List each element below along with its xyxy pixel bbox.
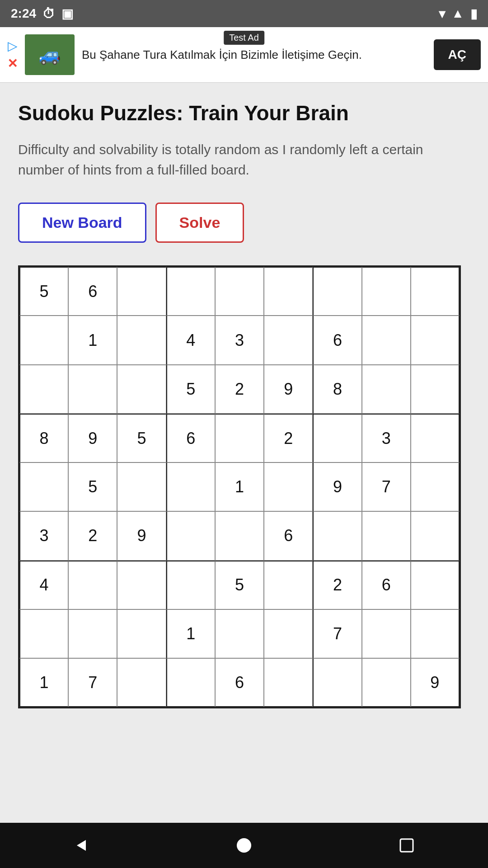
sim-icon: ▣	[61, 6, 73, 21]
sudoku-cell[interactable]: 3	[19, 511, 68, 560]
sudoku-cell[interactable]	[68, 561, 117, 609]
sudoku-cell[interactable]	[117, 365, 166, 414]
sudoku-cell[interactable]	[68, 609, 117, 658]
sudoku-cell[interactable]: 5	[68, 462, 117, 511]
sudoku-cell[interactable]	[313, 511, 361, 560]
sudoku-cell[interactable]: 6	[313, 316, 361, 364]
sudoku-cell[interactable]	[215, 511, 264, 560]
sudoku-cell[interactable]	[264, 609, 313, 658]
sudoku-cell[interactable]: 9	[411, 658, 460, 707]
home-button[interactable]	[230, 832, 258, 859]
sudoku-cell[interactable]	[362, 511, 411, 560]
sudoku-cell[interactable]: 1	[166, 609, 215, 658]
ad-close-icon[interactable]: ✕	[7, 56, 18, 71]
sudoku-cell[interactable]	[215, 267, 264, 316]
time-display: 2:24	[11, 6, 36, 21]
sudoku-cell[interactable]: 7	[68, 658, 117, 707]
sudoku-cell[interactable]: 2	[264, 414, 313, 462]
sudoku-cell[interactable]	[362, 316, 411, 364]
sudoku-cell[interactable]	[264, 316, 313, 364]
sudoku-cell[interactable]: 9	[117, 511, 166, 560]
back-button[interactable]	[68, 832, 95, 859]
solve-button[interactable]: Solve	[155, 203, 244, 243]
sudoku-cell[interactable]	[264, 267, 313, 316]
sudoku-cell[interactable]: 7	[313, 609, 361, 658]
sudoku-cell[interactable]	[313, 658, 361, 707]
sudoku-cell[interactable]	[411, 365, 460, 414]
sudoku-cell[interactable]: 6	[362, 561, 411, 609]
sudoku-cell[interactable]: 1	[19, 658, 68, 707]
sudoku-cell[interactable]: 9	[68, 414, 117, 462]
sudoku-cell[interactable]	[19, 462, 68, 511]
sudoku-row: 17	[19, 609, 460, 658]
sudoku-cell[interactable]	[19, 609, 68, 658]
sudoku-cell[interactable]: 6	[68, 267, 117, 316]
sudoku-cell[interactable]	[411, 561, 460, 609]
sudoku-cell[interactable]: 6	[166, 414, 215, 462]
sudoku-cell[interactable]	[117, 267, 166, 316]
sudoku-cell[interactable]	[264, 561, 313, 609]
sudoku-cell[interactable]: 2	[68, 511, 117, 560]
sudoku-row: 1436	[19, 316, 460, 364]
sudoku-cell[interactable]	[117, 462, 166, 511]
signal-icon: ▲	[451, 6, 464, 21]
sudoku-cell[interactable]	[313, 414, 361, 462]
sudoku-cell[interactable]	[215, 609, 264, 658]
sudoku-cell[interactable]: 1	[68, 316, 117, 364]
sudoku-cell[interactable]	[117, 609, 166, 658]
ad-play-icon[interactable]: ▷	[8, 38, 18, 53]
sudoku-cell[interactable]: 9	[264, 365, 313, 414]
sudoku-cell[interactable]	[117, 561, 166, 609]
recents-button[interactable]	[393, 832, 420, 859]
sudoku-cell[interactable]	[411, 414, 460, 462]
wifi-icon: ▾	[439, 6, 445, 21]
sudoku-cell[interactable]: 5	[215, 561, 264, 609]
sudoku-cell[interactable]	[19, 316, 68, 364]
sudoku-cell[interactable]: 2	[215, 365, 264, 414]
sudoku-cell[interactable]	[362, 609, 411, 658]
sudoku-row: 5298	[19, 365, 460, 414]
sudoku-cell[interactable]	[19, 365, 68, 414]
sudoku-cell[interactable]	[411, 462, 460, 511]
sudoku-row: 4526	[19, 561, 460, 609]
sudoku-cell[interactable]	[117, 316, 166, 364]
sudoku-cell[interactable]	[313, 267, 361, 316]
sudoku-cell[interactable]	[411, 511, 460, 560]
ad-controls[interactable]: ▷ ✕	[7, 38, 18, 71]
sudoku-cell[interactable]: 3	[362, 414, 411, 462]
sudoku-cell[interactable]: 2	[313, 561, 361, 609]
sudoku-cell[interactable]	[166, 658, 215, 707]
sudoku-cell[interactable]	[166, 561, 215, 609]
sudoku-cell[interactable]	[166, 511, 215, 560]
sudoku-cell[interactable]	[411, 609, 460, 658]
sudoku-cell[interactable]: 5	[19, 267, 68, 316]
sudoku-cell[interactable]	[166, 267, 215, 316]
sudoku-cell[interactable]	[362, 365, 411, 414]
sudoku-cell[interactable]: 9	[313, 462, 361, 511]
sudoku-cell[interactable]	[215, 414, 264, 462]
sudoku-cell[interactable]	[166, 462, 215, 511]
sudoku-cell[interactable]	[264, 658, 313, 707]
sudoku-cell[interactable]	[362, 658, 411, 707]
sudoku-cell[interactable]: 8	[19, 414, 68, 462]
new-board-button[interactable]: New Board	[18, 203, 146, 243]
sudoku-cell[interactable]: 4	[166, 316, 215, 364]
sudoku-cell[interactable]: 7	[362, 462, 411, 511]
sudoku-cell[interactable]: 5	[117, 414, 166, 462]
sudoku-cell[interactable]: 1	[215, 462, 264, 511]
ad-open-button[interactable]: AÇ	[434, 39, 481, 70]
sudoku-cell[interactable]: 6	[215, 658, 264, 707]
sudoku-cell[interactable]: 8	[313, 365, 361, 414]
sudoku-cell[interactable]: 4	[19, 561, 68, 609]
sudoku-cell[interactable]	[68, 365, 117, 414]
sudoku-cell[interactable]: 3	[215, 316, 264, 364]
sudoku-cell[interactable]	[117, 658, 166, 707]
bottom-nav	[0, 823, 488, 868]
sudoku-cell[interactable]: 6	[264, 511, 313, 560]
sudoku-cell[interactable]	[411, 316, 460, 364]
sudoku-cell[interactable]	[264, 462, 313, 511]
sudoku-cell[interactable]	[362, 267, 411, 316]
ad-label: Test Ad	[224, 31, 264, 45]
sudoku-cell[interactable]: 5	[166, 365, 215, 414]
sudoku-cell[interactable]	[411, 267, 460, 316]
